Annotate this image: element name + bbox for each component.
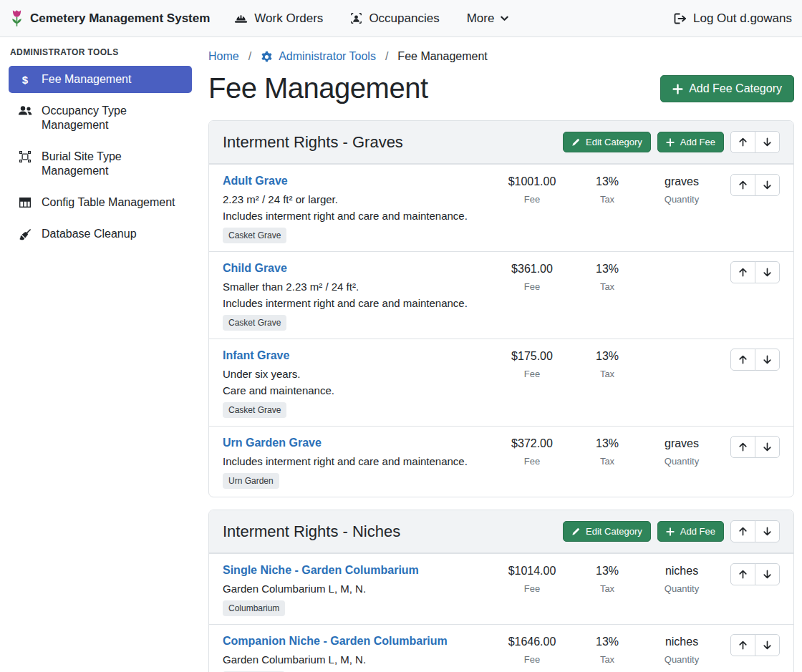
fee-reorder-buttons (730, 436, 780, 458)
fee-info: Single Niche - Garden Columbarium Garden… (223, 563, 488, 616)
move-category-up-button[interactable] (730, 520, 755, 542)
fee-amount-label: Fee (488, 194, 576, 205)
users-icon (17, 105, 33, 116)
move-fee-down-button[interactable] (755, 563, 780, 585)
fee-name-link[interactable]: Companion Niche - Garden Columbarium (223, 634, 448, 648)
fee-tax-label: Tax (576, 194, 639, 205)
fee-tax-label: Tax (576, 654, 639, 665)
add-fee-button[interactable]: Add Fee (657, 132, 724, 152)
add-fee-category-button[interactable]: Add Fee Category (660, 75, 794, 102)
fee-name-link[interactable]: Adult Grave (223, 174, 288, 188)
move-fee-down-button[interactable] (755, 349, 780, 371)
sidebar-item-occupancy-type-management[interactable]: Occupancy Type Management (9, 97, 192, 139)
app-brand[interactable]: Cemetery Management System (10, 9, 210, 28)
fee-type-badge: Casket Grave (223, 228, 286, 243)
breadcrumb-home[interactable]: Home (208, 50, 239, 63)
fee-amount-column: $361.00 Fee (488, 261, 576, 292)
plus-icon (672, 84, 683, 94)
add-fee-button[interactable]: Add Fee (657, 521, 724, 542)
fee-info: Infant Grave Under six years. Care and m… (223, 349, 488, 418)
category-title: Interment Rights - Niches (223, 522, 556, 541)
breadcrumb-separator: / (376, 50, 397, 63)
fee-type-badge: Columbarium (223, 600, 285, 616)
fee-quantity-column (639, 349, 725, 349)
fee-amount-label: Fee (488, 456, 576, 467)
arrow-up-icon (738, 570, 748, 579)
breadcrumb-admin-tools[interactable]: Administrator Tools (261, 50, 376, 63)
fee-quantity: graves (639, 175, 725, 189)
arrow-down-icon (763, 641, 772, 650)
pencil-icon (571, 527, 580, 536)
fee-amount-label: Fee (488, 281, 576, 292)
move-fee-down-button[interactable] (755, 261, 780, 283)
fee-row: Child Grave Smaller than 2.23 m² / 24 ft… (209, 251, 793, 339)
fee-amount-label: Fee (488, 654, 576, 665)
fee-tax-label: Tax (576, 456, 639, 467)
fee-type-badge: Casket Grave (223, 402, 286, 418)
fee-amount: $1646.00 (488, 635, 576, 649)
sidebar-item-fee-management[interactable]: $ Fee Management (9, 66, 192, 93)
move-category-down-button[interactable] (755, 131, 780, 153)
fee-reorder-buttons (730, 634, 780, 656)
fee-tax-label: Tax (576, 369, 639, 379)
fee-amount: $175.00 (488, 349, 576, 364)
fee-quantity-label: Quantity (639, 456, 725, 467)
fee-tax: 13% (576, 635, 639, 649)
move-category-up-button[interactable] (730, 131, 755, 153)
fee-row: Single Niche - Garden Columbarium Garden… (209, 553, 793, 624)
fee-amount: $1001.00 (488, 175, 576, 189)
edit-category-button[interactable]: Edit Category (563, 521, 651, 542)
nav-label: Occupancies (369, 11, 439, 26)
fee-description: Includes interment right and care and ma… (223, 454, 481, 469)
fee-amount-label: Fee (488, 583, 576, 594)
fee-name-link[interactable]: Infant Grave (223, 349, 289, 363)
fee-info: Companion Niche - Garden Columbarium Gar… (223, 634, 488, 672)
fee-tax: 13% (576, 349, 639, 364)
logout-label: Log Out d.gowans (693, 11, 792, 26)
move-fee-down-button[interactable] (755, 634, 780, 656)
move-fee-up-button[interactable] (730, 349, 755, 371)
fee-description: Includes interment right and care and ma… (223, 296, 481, 311)
move-fee-up-button[interactable] (730, 436, 755, 458)
sidebar-item-config-table-management[interactable]: Config Table Management (9, 189, 192, 216)
fee-amount-column: $175.00 Fee (488, 349, 576, 379)
fee-category-card-niches: Interment Rights - Niches Edit Category … (208, 510, 794, 672)
fee-quantity-column: niches Quantity (639, 563, 725, 594)
arrow-up-icon (738, 355, 748, 364)
nav-work-orders[interactable]: Work Orders (234, 11, 323, 26)
arrow-up-icon (738, 641, 748, 650)
move-fee-down-button[interactable] (755, 436, 780, 458)
move-fee-up-button[interactable] (730, 563, 755, 585)
dollar-icon: $ (17, 74, 33, 87)
arrow-up-icon (738, 268, 748, 277)
sidebar-item-database-cleanup[interactable]: Database Cleanup (9, 220, 192, 248)
fee-row: Urn Garden Grave Includes interment righ… (209, 426, 793, 497)
fee-category-card-graves: Interment Rights - Graves Edit Category … (208, 120, 794, 497)
add-fee-label: Add Fee (680, 137, 715, 147)
nav-occupancies[interactable]: Occupancies (350, 11, 439, 26)
fee-name-link[interactable]: Urn Garden Grave (223, 436, 322, 450)
move-category-down-button[interactable] (755, 520, 780, 542)
fee-quantity: graves (639, 437, 725, 451)
fee-reorder-buttons (730, 349, 780, 371)
category-header: Interment Rights - Graves Edit Category … (209, 121, 793, 164)
fee-info: Child Grave Smaller than 2.23 m² / 24 ft… (223, 261, 488, 331)
fee-reorder-buttons (730, 261, 780, 283)
edit-category-button[interactable]: Edit Category (563, 132, 651, 152)
sidebar: Administrator Tools $ Fee Management Occ… (0, 37, 200, 672)
move-fee-up-button[interactable] (730, 634, 755, 656)
fee-row: Companion Niche - Garden Columbarium Gar… (209, 624, 793, 672)
sidebar-item-burial-site-type-management[interactable]: Burial Site Type Management (9, 143, 192, 185)
move-fee-up-button[interactable] (730, 174, 755, 196)
move-fee-down-button[interactable] (755, 174, 780, 196)
arrow-down-icon (763, 570, 772, 579)
fee-name-link[interactable]: Child Grave (223, 261, 287, 276)
breadcrumb-current: Fee Management (397, 50, 487, 63)
fee-description: Smaller than 2.23 m² / 24 ft². (223, 279, 481, 294)
fee-amount-column: $1014.00 Fee (488, 563, 576, 594)
move-fee-up-button[interactable] (730, 261, 755, 283)
nav-more[interactable]: More (467, 11, 509, 26)
edit-category-label: Edit Category (586, 137, 642, 147)
logout-button[interactable]: Log Out d.gowans (674, 11, 792, 26)
fee-name-link[interactable]: Single Niche - Garden Columbarium (223, 563, 419, 578)
